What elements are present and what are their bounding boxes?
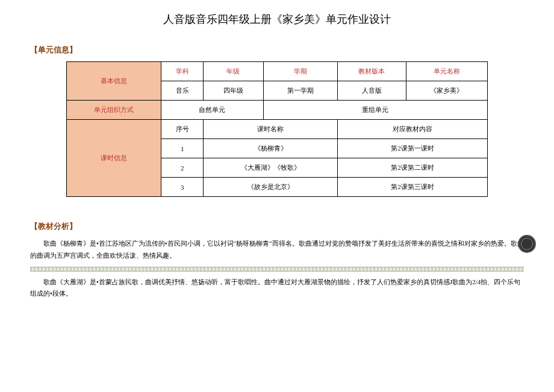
lesson-name: 《杨柳青》 [204,139,338,158]
org-value-natural: 自然单元 [161,101,263,120]
analysis-paragraph-1: 歌曲《杨柳青》是•首江苏地区广为流传的•首民间小调，它以衬词"杨呀杨柳青"而得名… [30,238,524,262]
org-label: 单元组织方式 [67,101,161,120]
lesson-name: 《故乡是北京》 [204,178,338,197]
header-unitname: 单元名称 [406,62,487,81]
header-grade: 年级 [204,62,264,81]
value-grade: 四年级 [204,81,264,101]
section-label-textbook-analysis: 【教材分析】 [30,221,524,232]
lesson-content: 第2课第一课时 [338,139,488,158]
lesson-header-name: 课时名称 [204,120,338,139]
unit-info-table: 基本信息 学科 年级 学期 教材版本 单元名称 音乐 四年级 第一学期 人音版 … [66,61,488,197]
value-subject: 音乐 [161,81,204,101]
value-semester: 第一学期 [263,81,337,101]
lesson-name: 《大雁湖》《牧歌》 [204,158,338,178]
decorative-divider [30,267,524,272]
lesson-seq: 3 [161,178,204,197]
basic-info-label: 基本信息 [67,62,161,101]
header-subject: 学科 [161,62,204,81]
org-value-reorg: 重组单元 [263,101,487,120]
value-textbook: 人音版 [338,81,406,101]
lesson-seq: 2 [161,158,204,178]
header-semester: 学期 [263,62,337,81]
lesson-seq: 1 [161,139,204,158]
lesson-content: 第2课第三课时 [338,178,488,197]
analysis-paragraph-2: 歌曲《大雁湖》是•首蒙占族民歌，曲调优美抒情、悠扬动听，富于歌唱性。曲中通过对大… [30,276,524,300]
value-unitname: 《家乡美》 [406,81,487,101]
lesson-header-seq: 序号 [161,120,204,139]
section-label-unit-info: 【单元信息】 [30,45,524,55]
document-title: 人音版音乐四年级上册《家乡美》单元作业设计 [30,12,524,26]
stamp-icon [518,235,536,253]
header-textbook: 教材版本 [338,62,406,81]
lesson-header-content: 对应教材内容 [338,120,488,139]
lesson-content: 第2课第二课时 [338,158,488,178]
lesson-info-label: 课时信息 [67,120,161,197]
